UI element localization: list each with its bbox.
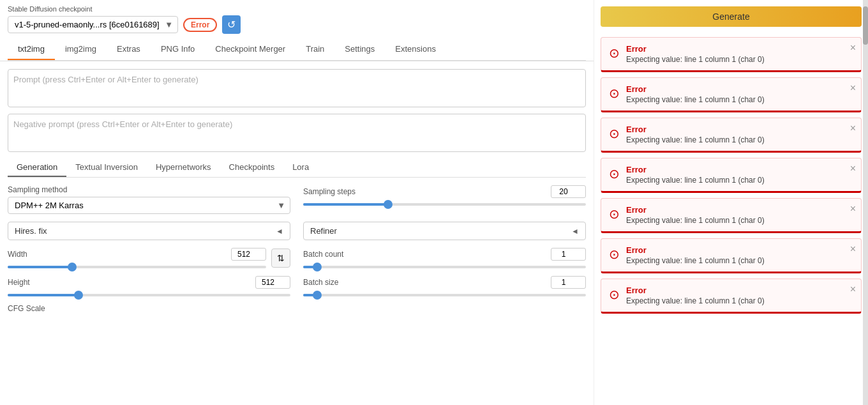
tab-png-info[interactable]: PNG Info (151, 39, 205, 60)
close-icon[interactable]: × (850, 164, 856, 174)
inner-tab-lora[interactable]: Lora (283, 158, 318, 177)
close-icon[interactable]: × (850, 244, 856, 254)
width-slider-track[interactable] (8, 266, 266, 268)
height-slider-track[interactable] (8, 294, 290, 296)
close-icon[interactable]: × (850, 123, 856, 134)
checkpoint-label: Stable Diffusion checkpoint (8, 5, 586, 13)
notification-item: ⊙ Error Expecting value: line 1 column 1… (601, 238, 862, 273)
close-icon[interactable]: × (850, 43, 856, 53)
reload-button[interactable]: ↺ (222, 15, 241, 34)
sampling-method-label: Sampling method (8, 185, 290, 194)
notif-message: Expecting value: line 1 column 1 (char 0… (626, 176, 853, 185)
sampling-method-setting: Sampling method DPM++ 2M Karras ▼ (8, 185, 290, 214)
notification-item: ⊙ Error Expecting value: line 1 column 1… (601, 198, 862, 233)
batch-size-value[interactable] (551, 276, 586, 289)
negative-prompt-input[interactable]: Negative prompt (press Ctrl+Enter or Alt… (8, 114, 586, 152)
sampling-method-select[interactable]: DPM++ 2M Karras (8, 197, 290, 214)
hires-fix-arrow[interactable]: ◄ (276, 227, 283, 236)
main-tabs: txt2img img2img Extras PNG Info Checkpoi… (8, 39, 586, 61)
height-slider-thumb[interactable] (74, 291, 83, 300)
tab-extras[interactable]: Extras (107, 39, 151, 60)
inner-tab-checkpoints[interactable]: Checkpoints (220, 158, 284, 177)
sampling-steps-slider-track[interactable] (303, 203, 586, 206)
width-header: Width (8, 248, 266, 261)
width-label: Width (8, 250, 27, 259)
inner-tab-hypernetworks[interactable]: Hypernetworks (147, 158, 220, 177)
batch-size-slider-thumb[interactable] (313, 291, 322, 300)
batch-count-setting: Batch count (303, 248, 586, 268)
error-icon: ⊙ (609, 45, 620, 61)
tab-txt2img[interactable]: txt2img (8, 39, 55, 60)
cfg-scale-label: CFG Scale (8, 304, 290, 313)
sampling-steps-setting: Sampling steps (303, 185, 586, 214)
tab-settings[interactable]: Settings (334, 39, 385, 60)
error-icon: ⊙ (609, 126, 620, 141)
hires-fix-toggle[interactable]: Hires. fix ◄ (8, 222, 290, 240)
tab-train[interactable]: Train (296, 39, 334, 60)
error-badge: Error (183, 18, 217, 32)
notif-title: Error (626, 44, 853, 54)
settings-grid: Sampling method DPM++ 2M Karras ▼ Sampli… (8, 185, 586, 313)
inner-tabs: Generation Textual Inversion Hypernetwor… (8, 158, 586, 178)
swap-dimensions-button[interactable]: ⇅ (271, 248, 290, 268)
batch-count-value[interactable] (551, 248, 586, 261)
batch-count-slider-thumb[interactable] (313, 263, 322, 271)
width-swap-row: Width ⇅ (8, 248, 290, 268)
batch-count-header: Batch count (303, 248, 586, 261)
checkpoint-select[interactable]: v1-5-pruned-emaonly...rs [6ce0161689] (8, 16, 178, 33)
notification-item: ⊙ Error Expecting value: line 1 column 1… (601, 118, 862, 153)
height-value[interactable] (255, 276, 290, 289)
sampling-steps-slider-thumb[interactable] (384, 200, 393, 209)
notif-title: Error (626, 205, 853, 215)
tab-img2img[interactable]: img2img (55, 39, 107, 60)
notif-content: Error Expecting value: line 1 column 1 (… (626, 165, 853, 185)
tab-extensions[interactable]: Extensions (385, 39, 446, 60)
notif-message: Expecting value: line 1 column 1 (char 0… (626, 95, 853, 104)
close-icon[interactable]: × (850, 83, 856, 93)
width-value[interactable] (231, 248, 266, 261)
content-area: Prompt (press Ctrl+Enter or Alt+Enter to… (0, 61, 594, 405)
scrollbar-track (863, 0, 868, 405)
width-slider-thumb[interactable] (68, 263, 77, 271)
batch-size-slider-track[interactable] (303, 294, 586, 296)
notif-content: Error Expecting value: line 1 column 1 (… (626, 245, 853, 265)
tab-checkpoint-merger[interactable]: Checkpoint Merger (205, 39, 296, 60)
sampling-steps-value[interactable] (551, 185, 586, 198)
close-icon[interactable]: × (850, 284, 856, 294)
error-icon: ⊙ (609, 206, 620, 222)
inner-tab-generation[interactable]: Generation (8, 158, 66, 177)
notification-item: ⊙ Error Expecting value: line 1 column 1… (601, 158, 862, 193)
notification-item: ⊙ Error Expecting value: line 1 column 1… (601, 279, 862, 314)
notif-title: Error (626, 125, 853, 134)
hires-fix-label: Hires. fix (15, 226, 47, 236)
sampling-method-select-wrap: DPM++ 2M Karras ▼ (8, 197, 290, 214)
inner-tab-textual-inversion[interactable]: Textual Inversion (66, 158, 147, 177)
notif-title: Error (626, 84, 853, 94)
error-icon: ⊙ (609, 287, 620, 302)
error-icon: ⊙ (609, 166, 620, 181)
notif-title: Error (626, 165, 853, 174)
checkpoint-row: v1-5-pruned-emaonly...rs [6ce0161689] ▼ … (8, 15, 586, 34)
generate-area: Generate (601, 6, 862, 27)
generate-button[interactable]: Generate (601, 6, 862, 27)
notification-item: ⊙ Error Expecting value: line 1 column 1… (601, 37, 862, 72)
notifications-panel: Generate ⊙ Error Expecting value: line 1… (594, 0, 868, 405)
scrollbar-thumb[interactable] (863, 6, 868, 45)
notif-title: Error (626, 286, 853, 295)
refiner-arrow[interactable]: ◄ (571, 227, 579, 236)
prompt-input[interactable]: Prompt (press Ctrl+Enter or Alt+Enter to… (8, 69, 586, 107)
height-label: Height (8, 278, 30, 287)
batch-count-slider-track[interactable] (303, 266, 586, 268)
refiner-toggle[interactable]: Refiner ◄ (303, 222, 586, 240)
notif-message: Expecting value: line 1 column 1 (char 0… (626, 296, 853, 305)
notif-message: Expecting value: line 1 column 1 (char 0… (626, 216, 853, 225)
notif-message: Expecting value: line 1 column 1 (char 0… (626, 256, 853, 265)
batch-size-label: Batch size (303, 278, 338, 287)
error-icon: ⊙ (609, 247, 620, 262)
main-content: Stable Diffusion checkpoint v1-5-pruned-… (0, 0, 594, 405)
close-icon[interactable]: × (850, 204, 856, 214)
notif-message: Expecting value: line 1 column 1 (char 0… (626, 135, 853, 144)
notification-item: ⊙ Error Expecting value: line 1 column 1… (601, 77, 862, 112)
refiner-label: Refiner (310, 226, 337, 236)
height-setting: Height (8, 276, 290, 296)
